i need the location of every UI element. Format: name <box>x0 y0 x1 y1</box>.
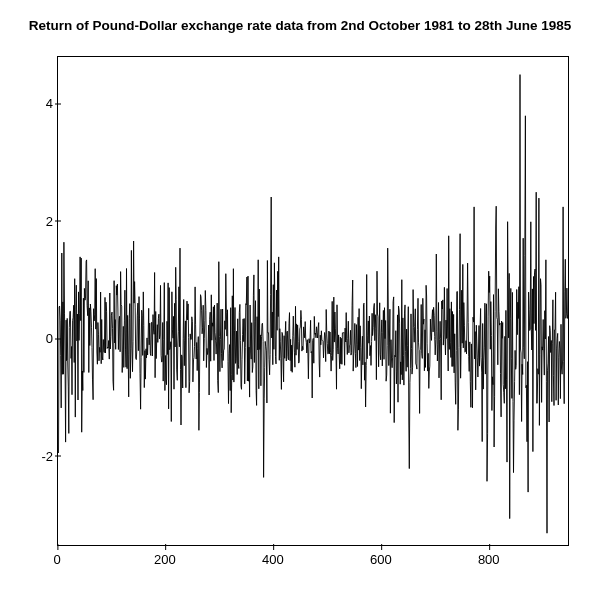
x-tick-label: 200 <box>154 552 176 567</box>
y-tick-label: 0 <box>23 331 53 346</box>
y-tick-label: 4 <box>23 96 53 111</box>
x-tick-label: 400 <box>262 552 284 567</box>
line-series <box>58 57 568 545</box>
plot-area <box>57 56 569 546</box>
y-tick-label: -2 <box>23 448 53 463</box>
chart-container: Return of Pound-Dollar exchange rate dat… <box>0 0 600 600</box>
x-tick-label: 800 <box>478 552 500 567</box>
x-tick-label: 0 <box>53 552 60 567</box>
chart-title: Return of Pound-Dollar exchange rate dat… <box>0 18 600 33</box>
x-tick-label: 600 <box>370 552 392 567</box>
y-tick-label: 2 <box>23 213 53 228</box>
